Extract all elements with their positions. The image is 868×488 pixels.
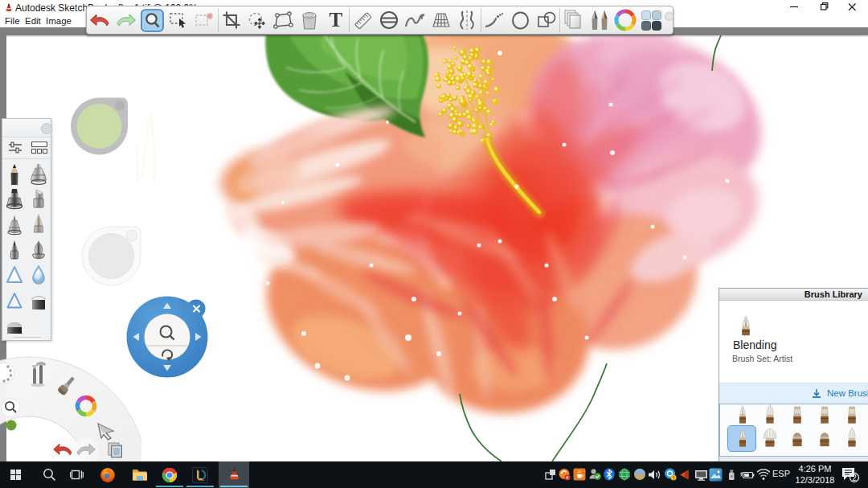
svg-text:2: 2 (852, 474, 857, 482)
svg-text:!: ! (673, 475, 674, 481)
